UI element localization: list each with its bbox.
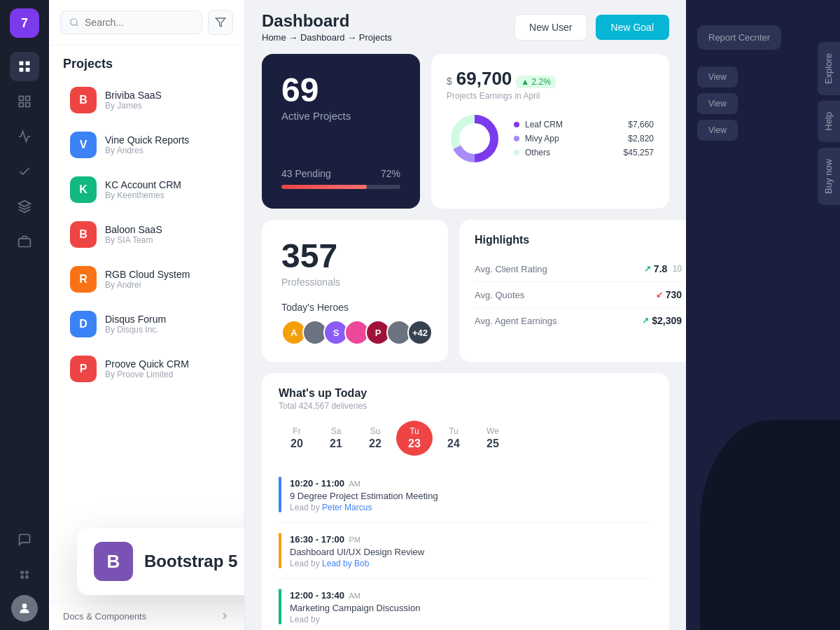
row-calendar: What's up Today Total 424,567 deliveries… [262, 373, 669, 630]
project-info: Proove Quick CRM By Proove Limited [105, 358, 189, 379]
project-list-item[interactable]: K KC Account CRM By Keenthemes [56, 168, 237, 211]
event-bar [279, 533, 281, 568]
project-name: KC Account CRM [105, 179, 181, 190]
earnings-top: $ 69,700 ▲ 2.2% [447, 68, 654, 90]
project-by: By Andrei [105, 280, 190, 290]
svg-rect-7 [26, 103, 30, 107]
sidebar-item-message[interactable] [10, 525, 39, 554]
calendar-day[interactable]: Fr20 [279, 421, 315, 456]
heroes-section: Today's Heroes ASP+42 [281, 302, 428, 345]
sidebar-item-grid[interactable] [10, 87, 39, 116]
calendar-day[interactable]: Tu23 [396, 421, 433, 456]
project-list-item[interactable]: B Baloon SaaS By SIA Team [56, 213, 237, 256]
earnings-badge: ▲ 2.2% [516, 76, 556, 88]
calendar-event: 16:30 - 17:00 PM Dashboard UI/UX Design … [279, 523, 652, 579]
sidebar-item-briefcase[interactable] [10, 227, 39, 256]
donut-svg [447, 111, 503, 167]
breadcrumb-home[interactable]: Home [262, 32, 286, 43]
docs-components[interactable]: Docs & Components [49, 601, 244, 630]
trend-icon: ↗ [644, 264, 651, 274]
project-list-item[interactable]: P Proove Quick CRM By Proove Limited [56, 347, 237, 391]
earnings-donut-area: Leaf CRMMivy AppOthers $7,660$2,820$45,2… [447, 111, 654, 167]
right-panel-content: Report Cecnter View View View [686, 0, 840, 630]
project-list-item[interactable]: B Briviba SaaS By James [56, 78, 237, 122]
search-input[interactable] [85, 17, 193, 28]
trend-icon: ↙ [656, 290, 663, 300]
event-lead-link[interactable]: Peter Marcus [322, 503, 372, 512]
legend-label: Others [525, 148, 550, 158]
pending-count: 43 Pending [281, 168, 331, 179]
project-icon: B [70, 221, 97, 248]
project-by: By Keenthemes [105, 190, 181, 200]
sidebar-item-check[interactable] [10, 157, 39, 186]
filter-button[interactable] [208, 10, 233, 35]
report-center-button[interactable]: Report Cecnter [697, 25, 781, 50]
top-header: Dashboard Home → Dashboard → Projects Ne… [245, 0, 686, 54]
calendar-title: What's up Today [279, 387, 652, 400]
user-number-avatar[interactable]: 7 [10, 8, 39, 38]
project-by: By SIA Team [105, 235, 162, 245]
event-details: 12:00 - 13:40 AM Marketing Campaign Disc… [290, 589, 420, 624]
sidebar-item-chart[interactable] [10, 122, 39, 151]
svg-rect-0 [20, 62, 24, 66]
day-name: Tu [449, 426, 458, 436]
project-info: Briviba SaaS By James [105, 90, 162, 111]
pending-row: 43 Pending 72% [281, 157, 400, 179]
project-list-item[interactable]: V Vine Quick Reports By Andres [56, 123, 237, 167]
sidebar-item-layers[interactable] [10, 192, 39, 221]
breadcrumb-sep1: → [288, 32, 300, 43]
event-lead: Lead by Peter Marcus [290, 503, 438, 512]
project-list-item[interactable]: R RGB Cloud System By Andrei [56, 258, 237, 301]
project-list-item[interactable]: D Disqus Forum By Disqus Inc. [56, 302, 237, 346]
view-button-2[interactable]: View [697, 93, 738, 114]
event-lead-link[interactable]: Lead by Bob [322, 559, 369, 568]
svg-marker-16 [216, 18, 225, 27]
project-by: By Proove Limited [105, 370, 189, 379]
project-icon: R [70, 266, 97, 293]
event-details: 16:30 - 17:00 PM Dashboard UI/UX Design … [290, 533, 424, 568]
search-input-wrapper[interactable] [60, 10, 202, 34]
calendar-days-row: Fr20Sa21Su22Tu23Tu24We25 [279, 421, 652, 456]
breadcrumb: Home → Dashboard → Projects [262, 32, 506, 43]
calendar-day[interactable]: Su22 [357, 421, 393, 456]
svg-marker-8 [19, 201, 31, 206]
project-info: Disqus Forum By Disqus Inc. [105, 314, 166, 335]
sidebar-item-apps[interactable] [10, 560, 39, 589]
user-avatar[interactable] [11, 595, 38, 622]
project-name: Baloon SaaS [105, 224, 162, 235]
legend-dot [514, 150, 519, 155]
event-time: 16:30 - 17:00 PM [290, 533, 424, 545]
view-button-3[interactable]: View [697, 120, 738, 141]
calendar-day[interactable]: Sa21 [318, 421, 354, 456]
calendar-day[interactable]: Tu24 [435, 421, 472, 456]
professionals-label: Professionals [281, 276, 428, 288]
donut-legend: Leaf CRMMivy AppOthers [514, 120, 563, 158]
view-button-1[interactable]: View [697, 66, 738, 88]
breadcrumb-projects[interactable]: Projects [359, 32, 392, 43]
calendar-header: What's up Today Total 424,567 deliveries [279, 387, 652, 411]
card-calendar: What's up Today Total 424,567 deliveries… [262, 373, 669, 630]
trend-icon: ↗ [642, 316, 649, 326]
highlights-rows: Avg. Client Rating ↗ 7.8 10 Avg. Quotes … [475, 256, 682, 333]
project-icon: V [70, 132, 97, 158]
highlight-label: Avg. Client Rating [475, 264, 547, 274]
breadcrumb-sep2: → [347, 32, 359, 43]
project-by: By James [105, 101, 162, 111]
day-number: 21 [330, 438, 342, 450]
project-name: Briviba SaaS [105, 90, 162, 101]
bootstrap-logo: B [94, 542, 133, 581]
new-goal-button[interactable]: New Goal [596, 15, 669, 40]
new-user-button[interactable]: New User [514, 14, 587, 41]
project-by: By Andres [105, 146, 189, 155]
project-icon: P [70, 356, 97, 382]
projects-list: B Briviba SaaS By James V Vine Quick Rep… [49, 77, 244, 405]
card-highlights: Highlights Avg. Client Rating ↗ 7.8 10 A… [459, 220, 686, 362]
event-lead: Lead by [290, 615, 420, 624]
breadcrumb-dashboard[interactable]: Dashboard [300, 32, 345, 43]
event-title: Marketing Campaign Discussion [290, 603, 420, 613]
calendar-day[interactable]: We25 [475, 421, 511, 456]
sidebar-item-dashboard[interactable] [10, 52, 39, 81]
header-title-area: Dashboard Home → Dashboard → Projects [262, 11, 506, 43]
active-projects-count: 69 [281, 74, 400, 107]
hero-avatar: +42 [407, 320, 433, 345]
